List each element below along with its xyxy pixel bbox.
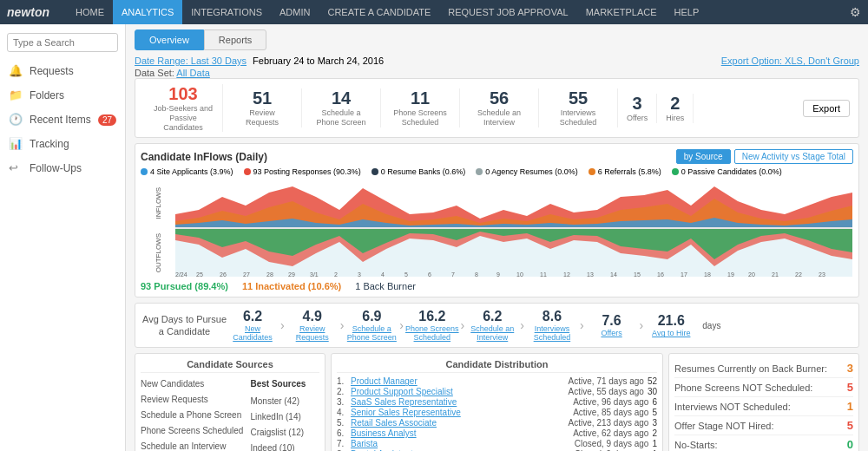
dist-status-5: Active, 62 days ago bbox=[573, 428, 648, 438]
funnel-sub-2[interactable]: Schedule a Phone Screen bbox=[345, 324, 398, 342]
gear-icon[interactable]: ⚙ bbox=[850, 5, 861, 19]
source-0: Monster (42) bbox=[250, 394, 306, 409]
dist-item-2: 3.SaaS Sales RepresentativeActive, 96 da… bbox=[337, 397, 657, 407]
sources-layout: New Candidates Review Requests Schedule … bbox=[141, 376, 319, 451]
missed-row-0: Resumes Currently on Back Burner:3 bbox=[674, 359, 853, 378]
stat-phone-scheduled: 11 Phone Screens Scheduled bbox=[381, 88, 460, 127]
funnel-sub-3[interactable]: Phone Screens Scheduled bbox=[405, 324, 459, 342]
stat-num-0: 103 bbox=[153, 84, 214, 104]
nav-analytics[interactable]: ANALYTICS bbox=[113, 0, 182, 24]
funnel-num-7: 21.6 bbox=[645, 313, 697, 329]
nav-admin[interactable]: ADMIN bbox=[271, 0, 319, 24]
back-burner-text: 1 Back Burner bbox=[355, 281, 416, 291]
stat-label-1: Review Requests bbox=[232, 108, 293, 127]
stat-num-5: 55 bbox=[548, 88, 608, 108]
dist-status-3: Active, 85 days ago bbox=[573, 408, 648, 417]
svg-text:25: 25 bbox=[196, 271, 203, 278]
legend-agency: 0 Agency Resumes (0.0%) bbox=[476, 167, 578, 176]
missed-label-2: Interviews NOT Scheduled: bbox=[674, 402, 791, 412]
dist-count-4: 3 bbox=[652, 418, 657, 428]
folder-icon: 📁 bbox=[9, 88, 23, 102]
dist-link-0[interactable]: Product Manager bbox=[351, 376, 565, 386]
dist-link-5[interactable]: Business Analyst bbox=[351, 428, 569, 438]
chart-header: Candidate InFlows (Daily) by Source New … bbox=[141, 149, 853, 164]
nav-marketplace[interactable]: MARKETPLACE bbox=[577, 0, 666, 24]
sidebar-item-recent[interactable]: 🕐 Recent Items 27 bbox=[0, 108, 125, 132]
svg-text:3: 3 bbox=[358, 271, 361, 278]
legend-posting: 93 Posting Responses (90.3%) bbox=[244, 167, 361, 176]
search-input[interactable] bbox=[7, 33, 118, 52]
sources-left-0: New Candidates bbox=[141, 376, 243, 392]
sidebar-search-container bbox=[7, 33, 118, 52]
sidebar-followups-label: Follow-Ups bbox=[30, 162, 82, 174]
svg-text:2: 2 bbox=[334, 271, 338, 278]
funnel-item-2: 6.9 Schedule a Phone Screen bbox=[345, 309, 398, 342]
dist-link-6[interactable]: Barista bbox=[351, 439, 571, 448]
nav-items: HOME ANALYTICS INTEGRATIONS ADMIN CREATE… bbox=[67, 0, 850, 24]
nav-create-candidate[interactable]: CREATE A CANDIDATE bbox=[319, 0, 439, 24]
sidebar-item-followups[interactable]: ↩ Follow-Ups bbox=[0, 156, 125, 180]
tab-overview[interactable]: Overview bbox=[135, 29, 204, 50]
stat-num-7: 2 bbox=[666, 94, 684, 114]
sources-left: New Candidates Review Requests Schedule … bbox=[141, 376, 243, 451]
funnel-sub-4[interactable]: Schedule an Interview bbox=[466, 324, 518, 342]
svg-text:9: 9 bbox=[496, 271, 500, 278]
dist-status-6: Closed, 9 days ago bbox=[575, 439, 649, 448]
legend-site: 4 Site Applicants (3.9%) bbox=[141, 167, 233, 176]
nav-home[interactable]: HOME bbox=[67, 0, 113, 24]
legend-dot-resume bbox=[372, 168, 378, 175]
stat-label-3: Phone Screens Scheduled bbox=[390, 108, 450, 127]
sidebar-item-requests[interactable]: 🔔 Requests bbox=[0, 59, 125, 83]
legend-resume: 0 Resume Banks (0.6%) bbox=[372, 167, 466, 176]
dist-link-2[interactable]: SaaS Sales Representative bbox=[351, 397, 569, 407]
dist-num: 3. bbox=[337, 397, 347, 407]
funnel-sub-1[interactable]: Review Requests bbox=[286, 324, 339, 342]
dist-link-1[interactable]: Product Support Specialist bbox=[351, 387, 565, 396]
export-option: Export Option: XLS, Don't Group bbox=[721, 56, 859, 66]
dist-link-3[interactable]: Senior Sales Representative bbox=[351, 408, 569, 417]
funnel-sub-7[interactable]: Avg to Hire bbox=[645, 329, 697, 337]
legend-dot-referrals bbox=[589, 168, 595, 175]
svg-text:17: 17 bbox=[681, 271, 687, 278]
dist-status-4: Active, 213 days ago bbox=[569, 418, 649, 428]
stat-label-6: Offers bbox=[627, 114, 648, 123]
legend-label-passive: 0 Passive Candidates (0.0%) bbox=[681, 167, 782, 176]
pursued-row: 93 Pursued (89.4%) 11 Inactivated (10.6%… bbox=[141, 281, 853, 291]
funnel-sub-5[interactable]: Interviews Scheduled bbox=[526, 324, 578, 342]
svg-text:26: 26 bbox=[220, 271, 227, 278]
new-activity-btn[interactable]: New Activity vs Stage Total bbox=[734, 149, 853, 164]
stat-num-4: 56 bbox=[469, 88, 529, 108]
by-source-btn[interactable]: by Source bbox=[676, 149, 731, 164]
stat-num-6: 3 bbox=[627, 94, 648, 114]
chart-body: INFLOWS OUTFLOWS bbox=[141, 180, 853, 279]
missed-rows: Resumes Currently on Back Burner:3Phone … bbox=[674, 359, 853, 451]
export-button[interactable]: Export bbox=[803, 100, 850, 117]
nav-integrations[interactable]: INTEGRATIONS bbox=[182, 0, 271, 24]
inactivated-text: 11 Inactivated (10.6%) bbox=[242, 281, 341, 291]
content-area: Overview Reports Date Range: Last 30 Day… bbox=[126, 24, 868, 451]
funnel-sub-6[interactable]: Offers bbox=[586, 329, 638, 337]
nav-help[interactable]: HELP bbox=[666, 0, 708, 24]
sidebar-item-tracking[interactable]: 📊 Tracking bbox=[0, 132, 125, 156]
stat-interviews-scheduled: 55 Interviews Scheduled bbox=[539, 88, 618, 127]
date-range-link[interactable]: Date Range: Last 30 Days bbox=[135, 56, 247, 66]
data-set-value[interactable]: All Data bbox=[176, 68, 210, 78]
stats-row: 103 Job-Seekers and Passive Candidates 5… bbox=[135, 78, 859, 138]
funnel-item-5: 8.6 Interviews Scheduled bbox=[526, 309, 578, 342]
missed-value-3: 5 bbox=[847, 419, 853, 432]
svg-text:11: 11 bbox=[540, 271, 547, 278]
sidebar-requests-label: Requests bbox=[30, 65, 74, 77]
sidebar-item-folders[interactable]: 📁 Folders bbox=[0, 83, 125, 108]
export-option-link[interactable]: Export Option: XLS, Don't Group bbox=[721, 56, 859, 66]
svg-text:15: 15 bbox=[634, 271, 641, 278]
nav-request-job[interactable]: REQUEST JOB APPROVAL bbox=[439, 0, 576, 24]
tab-reports[interactable]: Reports bbox=[204, 29, 267, 50]
funnel-sub-0[interactable]: New Candidates bbox=[227, 324, 279, 342]
main-layout: 🔔 Requests 📁 Folders 🕐 Recent Items 27 📊… bbox=[0, 24, 868, 451]
chart-buttons: by Source New Activity vs Stage Total bbox=[676, 149, 853, 164]
best-sources-title: Best Sources bbox=[250, 376, 306, 392]
tabs-row: Overview Reports bbox=[135, 29, 859, 50]
svg-text:27: 27 bbox=[243, 271, 250, 278]
inflows-label: INFLOWS bbox=[155, 187, 162, 219]
dist-link-4[interactable]: Retail Sales Associate bbox=[351, 418, 565, 428]
